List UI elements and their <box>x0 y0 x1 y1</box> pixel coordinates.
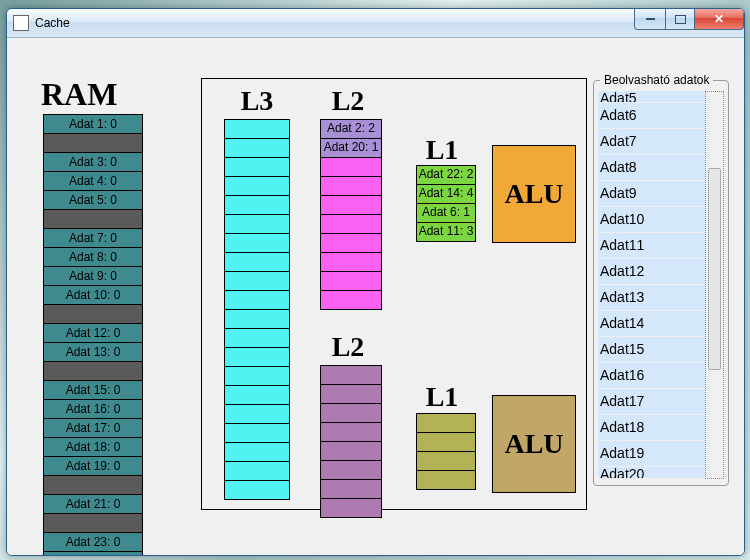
readable-data-panel: Beolvasható adatok Adat5Adat6Adat7Adat8A… <box>593 80 729 486</box>
cache-slot-empty <box>320 196 382 215</box>
list-item[interactable]: Adat17 <box>598 389 705 415</box>
list-item[interactable]: Adat7 <box>598 129 705 155</box>
cache-slot <box>320 461 382 480</box>
cache-slot <box>224 367 290 386</box>
cache-slot <box>224 329 290 348</box>
list-item[interactable]: Adat10 <box>598 207 705 233</box>
minimize-button[interactable] <box>634 9 666 30</box>
cache-slot <box>224 310 290 329</box>
ram-cell: Adat 3: 0 <box>43 153 143 172</box>
cache-slot <box>224 196 290 215</box>
cache-slot <box>320 442 382 461</box>
l3-label: L3 <box>224 85 290 117</box>
ram-cell: Adat 1: 0 <box>43 114 143 134</box>
cache-slot <box>224 481 290 500</box>
ram-cell: Adat 12: 0 <box>43 324 143 343</box>
cache-slot <box>224 348 290 367</box>
cache-slot <box>224 215 290 234</box>
ram-cell: Adat 21: 0 <box>43 495 143 514</box>
list-item[interactable]: Adat16 <box>598 363 705 389</box>
alu-bottom: ALU <box>492 395 576 493</box>
list-item[interactable]: Adat11 <box>598 233 705 259</box>
cache-slot <box>224 462 290 481</box>
list-item[interactable]: Adat9 <box>598 181 705 207</box>
list-item[interactable]: Adat14 <box>598 311 705 337</box>
ram-column: Adat 1: 0Adat 3: 0Adat 4: 0Adat 5: 0Adat… <box>43 114 143 556</box>
cache-slot <box>320 385 382 404</box>
list-item[interactable]: Adat15 <box>598 337 705 363</box>
cache-slot <box>224 234 290 253</box>
close-button[interactable] <box>694 9 744 30</box>
l1-top-stack: Adat 22: 2Adat 14: 4Adat 6: 1Adat 11: 3 <box>416 165 476 242</box>
cache-slot <box>224 177 290 196</box>
cache-slot-empty <box>320 158 382 177</box>
l2-bottom-stack <box>320 365 382 518</box>
ram-cell: Adat 9: 0 <box>43 267 143 286</box>
ram-cell: Adat 10: 0 <box>43 286 143 305</box>
cache-slot-empty <box>320 215 382 234</box>
list-item[interactable]: Adat8 <box>598 155 705 181</box>
cache-slot-empty <box>320 234 382 253</box>
app-window: Cache RAM Adat 1: 0Adat 3: 0Adat 4: 0Ada… <box>6 8 745 556</box>
cache-slot-filled: Adat 6: 1 <box>416 204 476 223</box>
ram-cell: Adat 15: 0 <box>43 381 143 400</box>
cache-slot <box>320 499 382 518</box>
window-title: Cache <box>35 16 70 30</box>
ram-cell-empty <box>43 514 143 533</box>
cache-slot-filled: Adat 20: 1 <box>320 139 382 158</box>
cache-slot <box>224 272 290 291</box>
ram-cell: Adat 19: 0 <box>43 457 143 476</box>
list-item[interactable]: Adat5 <box>598 91 705 103</box>
cache-slot <box>224 291 290 310</box>
cache-slot <box>416 413 476 433</box>
ram-cell: Adat 7: 0 <box>43 229 143 248</box>
app-icon <box>13 15 29 31</box>
ram-cell: Adat 17: 0 <box>43 419 143 438</box>
cache-slot <box>416 471 476 490</box>
ram-cell-empty <box>43 362 143 381</box>
ram-cell: Adat 4: 0 <box>43 172 143 191</box>
list-item[interactable]: Adat19 <box>598 441 705 467</box>
cache-slot-filled: Adat 2: 2 <box>320 119 382 139</box>
cache-slot-filled: Adat 14: 4 <box>416 185 476 204</box>
ram-cell: Adat 13: 0 <box>43 343 143 362</box>
ram-cell-empty <box>43 134 143 153</box>
l3-stack <box>224 119 290 500</box>
cache-slot-empty <box>320 291 382 310</box>
cache-slot <box>224 405 290 424</box>
list-item[interactable]: Adat18 <box>598 415 705 441</box>
scrollbar-thumb[interactable] <box>708 168 721 370</box>
l1-bottom-stack <box>416 413 476 490</box>
l2-top-stack: Adat 2: 2Adat 20: 1 <box>320 119 382 310</box>
ram-cell: Adat 5: 0 <box>43 191 143 210</box>
list-item[interactable]: Adat13 <box>598 285 705 311</box>
cache-stage: L3 L2 L1 L2 L1 Adat 2: 2Adat 20: 1 Adat … <box>201 78 587 510</box>
list-item[interactable]: Adat12 <box>598 259 705 285</box>
titlebar[interactable]: Cache <box>7 9 744 38</box>
cache-slot-filled: Adat 11: 3 <box>416 223 476 242</box>
readable-data-list[interactable]: Adat5Adat6Adat7Adat8Adat9Adat10Adat11Ada… <box>598 91 705 479</box>
cache-slot <box>224 386 290 405</box>
cache-slot-empty <box>320 177 382 196</box>
cache-slot <box>224 139 290 158</box>
cache-slot-empty <box>320 253 382 272</box>
list-item[interactable]: Adat6 <box>598 103 705 129</box>
cache-slot <box>224 119 290 139</box>
ram-cell: Adat 16: 0 <box>43 400 143 419</box>
cache-slot <box>320 480 382 499</box>
l2-top-label: L2 <box>320 85 376 117</box>
cache-slot <box>320 404 382 423</box>
ram-cell: Adat 8: 0 <box>43 248 143 267</box>
scrollbar-track[interactable] <box>705 91 724 479</box>
ram-cell-empty <box>43 210 143 229</box>
ram-title: RAM <box>41 76 117 113</box>
l1-top-label: L1 <box>422 134 462 166</box>
cache-slot <box>320 365 382 385</box>
l1-bottom-label: L1 <box>422 381 462 413</box>
cache-slot <box>224 253 290 272</box>
list-item[interactable]: Adat20 <box>598 467 705 479</box>
maximize-button[interactable] <box>665 9 695 30</box>
cache-slot <box>320 423 382 442</box>
cache-slot <box>224 443 290 462</box>
cache-slot <box>416 433 476 452</box>
